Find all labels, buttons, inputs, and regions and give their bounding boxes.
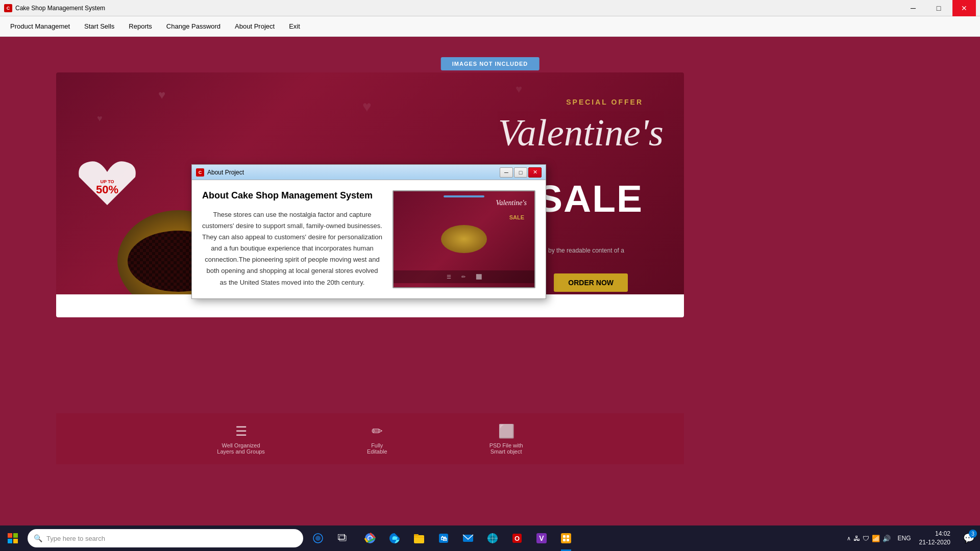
taskbar-search-bar[interactable]: 🔍 Type here to search bbox=[28, 529, 303, 547]
mini-sale: SALE bbox=[509, 214, 524, 220]
bottom-features-bar: ☰ Well Organized Layers and Groups ✏ Ful… bbox=[56, 413, 684, 464]
heart-deco-3: ♥ bbox=[362, 98, 372, 115]
svg-rect-2 bbox=[8, 533, 12, 538]
dialog-body: About Cake Shop Management System These … bbox=[192, 180, 546, 298]
svg-point-7 bbox=[315, 536, 321, 541]
dialog-title-bar: C About Project ─ □ ✕ bbox=[192, 165, 546, 180]
editable-icon: ✏ bbox=[372, 423, 383, 439]
heart-deco-1: ♥ bbox=[158, 88, 165, 102]
svg-rect-14 bbox=[414, 534, 419, 536]
notification-center-button[interactable]: 💬 3 bbox=[958, 525, 980, 551]
window-controls: ─ □ ✕ bbox=[901, 0, 976, 16]
about-dialog[interactable]: C About Project ─ □ ✕ About Cake Shop Ma… bbox=[191, 164, 546, 299]
close-button[interactable]: ✕ bbox=[952, 0, 976, 16]
main-content: IMAGES NOT INCLUDED ♥ ♥ ♥ ♥ ♥ SPECIAL OF… bbox=[0, 37, 980, 525]
heart-deco-2: ♥ bbox=[97, 113, 103, 124]
valentines-text: Valentine's bbox=[498, 113, 664, 152]
tray-arrow[interactable]: ∧ bbox=[847, 535, 851, 542]
organized-icon: ☰ bbox=[235, 423, 247, 439]
maximize-button[interactable]: □ bbox=[927, 0, 950, 16]
system-tray: ∧ 🖧 🛡 📶 🔊 ENG 14:02 21-12-2020 bbox=[841, 530, 958, 547]
language-indicator: ENG bbox=[896, 535, 913, 542]
mini-cake-visual bbox=[441, 225, 487, 253]
tray-volume-icon: 🔊 bbox=[883, 535, 891, 542]
dialog-maximize-button[interactable]: □ bbox=[514, 167, 527, 178]
dialog-text-area: About Cake Shop Management System These … bbox=[202, 190, 382, 288]
title-bar: C Cake Shop Management System ─ □ ✕ bbox=[0, 0, 980, 16]
feature-editable: ✏ Fully Editable bbox=[367, 423, 387, 455]
sys-tray-icons: ∧ 🖧 🛡 📶 🔊 bbox=[845, 535, 893, 542]
taskbar-mail[interactable] bbox=[456, 525, 480, 551]
feature-organized: ☰ Well Organized Layers and Groups bbox=[217, 423, 265, 455]
taskbar-chrome[interactable] bbox=[358, 525, 382, 551]
special-offer-text: SPECIAL OFFER bbox=[566, 98, 643, 106]
dialog-icon: C bbox=[196, 168, 204, 177]
taskbar-browser2[interactable] bbox=[481, 525, 504, 551]
minimize-button[interactable]: ─ bbox=[901, 0, 925, 16]
menu-bar: Product Managemet Start Sells Reports Ch… bbox=[0, 16, 980, 37]
svg-rect-29 bbox=[563, 539, 566, 541]
images-not-included-label: IMAGES NOT INCLUDED bbox=[441, 57, 540, 70]
taskbar-edge[interactable] bbox=[383, 525, 406, 551]
cortana-button[interactable] bbox=[305, 525, 331, 551]
feature-psd: ⬜ PSD File with Smart object bbox=[489, 423, 523, 455]
menu-exit[interactable]: Exit bbox=[283, 19, 306, 33]
svg-rect-4 bbox=[8, 539, 12, 543]
task-view-button[interactable] bbox=[331, 525, 356, 551]
app-title: Cake Shop Management System bbox=[15, 5, 901, 12]
svg-rect-26 bbox=[561, 533, 571, 543]
dialog-image-preview: Valentine's SALE ☰ ✏ ⬜ bbox=[393, 190, 535, 288]
taskbar: 🔍 Type here to search bbox=[0, 525, 980, 551]
heart-deco-4: ♥ bbox=[516, 83, 522, 96]
svg-text:O: O bbox=[514, 535, 520, 542]
svg-rect-3 bbox=[13, 533, 18, 538]
svg-rect-13 bbox=[414, 535, 424, 543]
notification-badge: 3 bbox=[969, 530, 977, 538]
menu-product-management[interactable]: Product Managemet bbox=[4, 19, 76, 33]
taskbar-file-explorer[interactable] bbox=[407, 525, 431, 551]
tray-antivirus-icon: 🛡 bbox=[863, 535, 869, 542]
dialog-close-button[interactable]: ✕ bbox=[528, 167, 542, 178]
menu-start-sells[interactable]: Start Sells bbox=[78, 19, 120, 33]
taskbar-pinned-apps: 🛍 O bbox=[358, 525, 578, 551]
menu-reports[interactable]: Reports bbox=[122, 19, 158, 33]
start-button[interactable] bbox=[0, 525, 26, 551]
svg-rect-28 bbox=[567, 535, 569, 538]
svg-text:🛍: 🛍 bbox=[440, 535, 447, 542]
taskbar-app-active[interactable] bbox=[554, 525, 578, 551]
clock-date: 21-12-2020 bbox=[919, 538, 950, 547]
dialog-heading: About Cake Shop Management System bbox=[202, 190, 382, 201]
order-now-button[interactable]: ORDER NOW bbox=[554, 273, 628, 292]
clock-time: 14:02 bbox=[919, 530, 950, 538]
sale-text: SALE bbox=[537, 180, 643, 218]
psd-icon: ⬜ bbox=[498, 423, 514, 439]
svg-text:V: V bbox=[539, 534, 544, 542]
taskbar-clock[interactable]: 14:02 21-12-2020 bbox=[916, 530, 953, 547]
search-icon: 🔍 bbox=[34, 534, 42, 542]
svg-rect-9 bbox=[339, 536, 346, 541]
svg-rect-8 bbox=[338, 534, 345, 539]
taskbar-office[interactable]: O bbox=[505, 525, 529, 551]
dialog-controls: ─ □ ✕ bbox=[500, 167, 542, 178]
dialog-image-inner: Valentine's SALE ☰ ✏ ⬜ bbox=[394, 191, 534, 287]
taskbar-visual-studio[interactable]: V bbox=[530, 525, 553, 551]
menu-about-project[interactable]: About Project bbox=[229, 19, 281, 33]
mini-bottom-bar: ☰ ✏ ⬜ bbox=[394, 270, 534, 283]
svg-rect-30 bbox=[567, 539, 569, 541]
app-icon: C bbox=[4, 4, 12, 12]
tray-network-icon: 🖧 bbox=[853, 535, 860, 542]
taskbar-store[interactable]: 🛍 bbox=[432, 525, 455, 551]
search-placeholder-text: Type here to search bbox=[46, 535, 297, 542]
tray-wifi-icon: 📶 bbox=[872, 535, 880, 542]
mini-valentines: Valentine's bbox=[496, 199, 527, 207]
dialog-paragraph: These stores can use the nostalgia facto… bbox=[202, 209, 382, 288]
dialog-title-text: About Project bbox=[207, 169, 497, 176]
svg-rect-27 bbox=[563, 535, 566, 538]
menu-change-password[interactable]: Change Password bbox=[160, 19, 227, 33]
dialog-minimize-button[interactable]: ─ bbox=[500, 167, 513, 178]
svg-rect-5 bbox=[13, 539, 18, 543]
